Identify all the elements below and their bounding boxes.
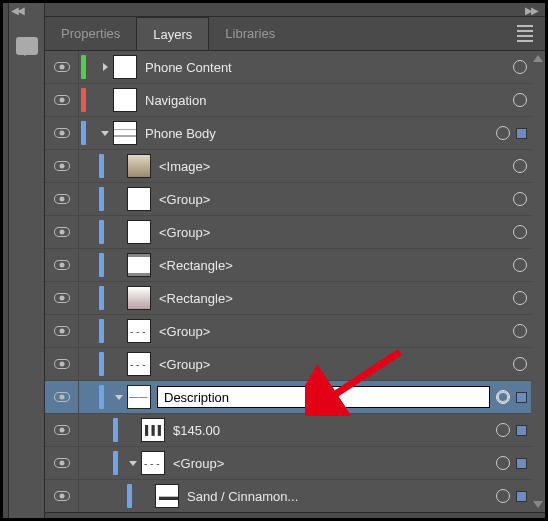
scroll-down-icon[interactable]	[533, 501, 543, 508]
tab-bar: Properties Layers Libraries	[45, 17, 545, 51]
layer-row-description[interactable]	[45, 381, 531, 414]
target-icon[interactable]	[513, 258, 527, 272]
layer-color-chip	[99, 220, 104, 244]
dock-arrow-right-icon[interactable]: ▶▶	[525, 5, 537, 16]
visibility-toggle[interactable]	[45, 249, 79, 281]
target-icon[interactable]	[513, 192, 527, 206]
visibility-toggle[interactable]	[45, 381, 79, 413]
eye-icon	[54, 227, 70, 237]
layer-row-group-4[interactable]: <Group>	[45, 183, 531, 216]
target-icon[interactable]	[513, 225, 527, 239]
visibility-toggle[interactable]	[45, 447, 79, 479]
panel-main: Properties Layers Libraries Phone Conten…	[45, 3, 545, 518]
target-icon[interactable]	[513, 324, 527, 338]
layer-color-chip	[127, 484, 132, 508]
comment-icon[interactable]	[16, 37, 38, 55]
layer-row-price[interactable]: $145.00	[45, 414, 531, 447]
layer-row-group-9[interactable]: <Group>	[45, 348, 531, 381]
layer-row-sand-cinnamon[interactable]: Sand / Cinnamon...	[45, 480, 531, 512]
target-icon[interactable]	[496, 390, 510, 404]
layers-list-area: Phone Content Navigation	[45, 51, 545, 512]
eye-icon	[54, 161, 70, 171]
layer-row-group-5[interactable]: <Group>	[45, 216, 531, 249]
tab-layers[interactable]: Layers	[136, 17, 209, 50]
target-icon[interactable]	[513, 159, 527, 173]
eye-icon	[54, 359, 70, 369]
layer-thumbnail	[141, 451, 165, 475]
tab-libraries[interactable]: Libraries	[209, 17, 291, 50]
eye-icon	[54, 293, 70, 303]
layer-thumbnail	[113, 121, 137, 145]
visibility-toggle[interactable]	[45, 183, 79, 215]
layer-label: <Group>	[173, 456, 224, 471]
layer-label: Sand / Cinnamon...	[187, 489, 298, 504]
disclosure-toggle[interactable]	[97, 51, 113, 83]
layer-row-group-8[interactable]: <Group>	[45, 315, 531, 348]
layer-color-chip	[99, 352, 104, 376]
scrollbar[interactable]	[531, 51, 545, 512]
layer-color-chip	[81, 121, 86, 145]
selection-indicator[interactable]	[516, 491, 527, 502]
disclosure-toggle[interactable]	[125, 447, 141, 479]
visibility-toggle[interactable]	[45, 51, 79, 83]
target-icon[interactable]	[496, 126, 510, 140]
scroll-up-icon[interactable]	[533, 55, 543, 62]
layer-name-input[interactable]	[157, 386, 490, 408]
layer-color-chip	[99, 154, 104, 178]
visibility-toggle[interactable]	[45, 480, 79, 512]
layer-color-chip	[81, 55, 86, 79]
layer-thumbnail	[127, 154, 151, 178]
layer-label: <Rectangle>	[159, 258, 233, 273]
layer-thumbnail	[141, 418, 165, 442]
layer-label: Phone Content	[145, 60, 232, 75]
layer-label: <Rectangle>	[159, 291, 233, 306]
target-icon[interactable]	[496, 423, 510, 437]
visibility-toggle[interactable]	[45, 84, 79, 116]
layer-row-image[interactable]: <Image>	[45, 150, 531, 183]
layer-row-navigation[interactable]: Navigation	[45, 84, 531, 117]
target-icon[interactable]	[513, 60, 527, 74]
visibility-toggle[interactable]	[45, 216, 79, 248]
layer-label: <Group>	[159, 225, 210, 240]
target-icon[interactable]	[496, 456, 510, 470]
layer-row-group-12[interactable]: <Group>	[45, 447, 531, 480]
selection-indicator[interactable]	[516, 458, 527, 469]
layer-row-rectangle-7[interactable]: <Rectangle>	[45, 282, 531, 315]
layer-thumbnail	[155, 484, 179, 508]
layer-row-phone-content[interactable]: Phone Content	[45, 51, 531, 84]
visibility-toggle[interactable]	[45, 150, 79, 182]
target-icon[interactable]	[513, 93, 527, 107]
target-icon[interactable]	[496, 489, 510, 503]
panel-menu-icon[interactable]	[505, 17, 545, 50]
layer-thumbnail	[127, 319, 151, 343]
visibility-toggle[interactable]	[45, 414, 79, 446]
layer-label: <Group>	[159, 357, 210, 372]
layer-label: <Group>	[159, 192, 210, 207]
visibility-toggle[interactable]	[45, 315, 79, 347]
selection-indicator[interactable]	[516, 128, 527, 139]
layer-row-rectangle-6[interactable]: <Rectangle>	[45, 249, 531, 282]
eye-icon	[54, 260, 70, 270]
visibility-toggle[interactable]	[45, 348, 79, 380]
visibility-toggle[interactable]	[45, 117, 79, 149]
layer-label: $145.00	[173, 423, 220, 438]
selection-indicator[interactable]	[516, 392, 527, 403]
eye-icon	[54, 425, 70, 435]
eye-icon	[54, 392, 70, 402]
target-icon[interactable]	[513, 357, 527, 371]
chevron-down-icon	[101, 131, 109, 136]
layers-list: Phone Content Navigation	[45, 51, 531, 512]
bottom-dock-strip	[45, 512, 545, 518]
visibility-toggle[interactable]	[45, 282, 79, 314]
tab-properties[interactable]: Properties	[45, 17, 136, 50]
disclosure-toggle[interactable]	[111, 381, 127, 413]
layer-row-phone-body[interactable]: Phone Body	[45, 117, 531, 150]
chevron-down-icon	[115, 395, 123, 400]
layer-color-chip	[99, 385, 104, 409]
dock-arrow-left-icon[interactable]: ◀◀	[11, 5, 23, 16]
layer-thumbnail	[127, 253, 151, 277]
selection-indicator[interactable]	[516, 425, 527, 436]
layer-color-chip	[99, 253, 104, 277]
target-icon[interactable]	[513, 291, 527, 305]
disclosure-toggle[interactable]	[97, 117, 113, 149]
